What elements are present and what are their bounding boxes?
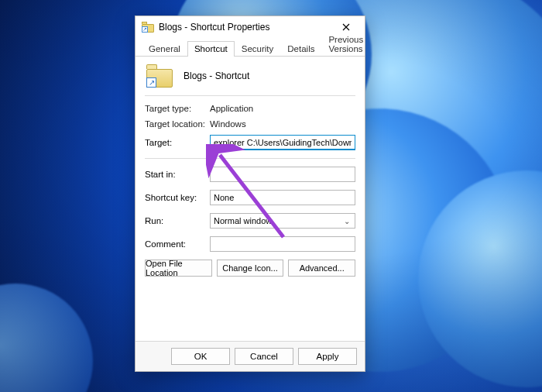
- cancel-button[interactable]: Cancel: [235, 348, 293, 365]
- run-label: Run:: [145, 216, 210, 225]
- target-location-label: Target location:: [145, 119, 210, 129]
- startin-input[interactable]: [210, 167, 355, 182]
- ok-button[interactable]: OK: [171, 348, 230, 365]
- divider: [145, 158, 355, 159]
- target-type-value: Application: [210, 104, 253, 113]
- tab-security[interactable]: Security: [235, 41, 281, 57]
- run-combobox[interactable]: Normal window ⌄: [210, 213, 355, 229]
- startin-label: Start in:: [145, 170, 210, 179]
- shortcutkey-input[interactable]: [210, 190, 355, 205]
- target-input[interactable]: [210, 135, 355, 150]
- apply-button[interactable]: Apply: [298, 348, 357, 365]
- target-location-value: Windows: [210, 119, 246, 129]
- properties-dialog: ↗ Blogs - Shortcut Properties General Sh…: [135, 15, 365, 372]
- shortcutkey-label: Shortcut key:: [145, 193, 210, 202]
- tab-strip: General Shortcut Security Details Previo…: [136, 38, 365, 57]
- shortcut-panel: ↗ Blogs - Shortcut Target type: Applicat…: [136, 57, 365, 341]
- tab-shortcut[interactable]: Shortcut: [187, 41, 235, 57]
- target-type-label: Target type:: [145, 104, 210, 113]
- tab-general[interactable]: General: [142, 41, 187, 57]
- chevron-down-icon: ⌄: [344, 217, 352, 225]
- run-value: Normal window: [214, 216, 272, 225]
- divider: [145, 95, 355, 96]
- shortcut-name: Blogs - Shortcut: [184, 70, 249, 81]
- comment-input[interactable]: [210, 236, 355, 252]
- comment-label: Comment:: [145, 239, 210, 249]
- tab-details[interactable]: Details: [280, 41, 321, 57]
- tab-previous-versions[interactable]: Previous Versions: [321, 32, 370, 57]
- open-file-location-button[interactable]: Open File Location: [145, 260, 212, 277]
- dialog-footer: OK Cancel Apply: [136, 341, 365, 371]
- shortcut-large-icon: ↗: [146, 64, 173, 88]
- advanced-button[interactable]: Advanced...: [288, 260, 355, 277]
- shortcut-folder-icon: ↗: [142, 22, 154, 33]
- window-title: Blogs - Shortcut Properties: [159, 22, 332, 33]
- target-label: Target:: [145, 138, 210, 147]
- change-icon-button[interactable]: Change Icon...: [217, 260, 284, 277]
